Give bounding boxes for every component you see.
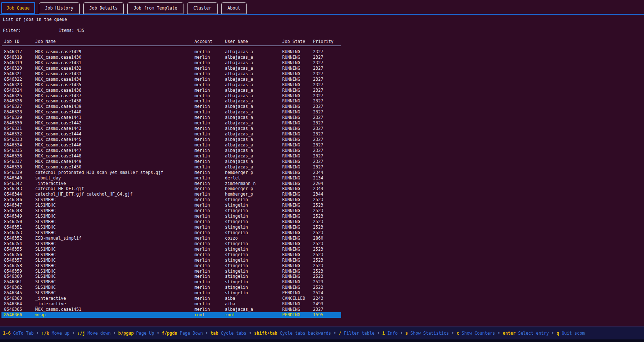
table-row[interactable]: 8546348SLS1MBHCmerlinstingelinRUNNING252… (0, 208, 341, 214)
tab-job-history[interactable]: Job History (39, 2, 80, 14)
table-row[interactable]: 8546365MOX_casmo.case1451merlinalbajacas… (0, 307, 341, 312)
table-row[interactable]: 8546324MOX_casmo.case1436merlinalbajacas… (0, 88, 341, 93)
table-row[interactable]: 8546355SLS1MBHCmerlinstingelinRUNNING252… (0, 247, 341, 252)
table-row[interactable]: 8546364_interactivemerlinaibaRUNNING2493 (0, 301, 341, 307)
help-desc: Cycle tabs (221, 331, 247, 336)
table-row[interactable]: 8546349SLS1MBHCmerlinstingelinRUNNING252… (0, 214, 341, 219)
user-name-cell: stingelin (225, 203, 248, 208)
table-row[interactable]: 8546329MOX_casmo.case1441merlinalbajacas… (0, 115, 341, 120)
table-row[interactable]: 8546318MOX_casmo.case1430merlinalbajacas… (0, 55, 341, 60)
table-row[interactable]: 8546360SLS1MBHCmerlinstingelinRUNNING252… (0, 274, 341, 279)
help-desc: Cycle tabs backwards (280, 331, 331, 336)
table-row[interactable]: 8546352ESB-manual_simplifmerlincozzoRUNN… (0, 236, 341, 241)
table-row[interactable]: 8546326MOX_casmo.case1438merlinalbajacas… (0, 98, 341, 104)
tab-cluster[interactable]: Cluster (187, 2, 218, 14)
account-cell: merlin (194, 104, 210, 109)
table-row[interactable]: 8546350SLS1MBHCmerlinstingelinRUNNING252… (0, 219, 341, 225)
help-separator: • (36, 331, 39, 336)
account-cell: merlin (194, 258, 210, 263)
table-row[interactable]: 8546362SLS1MBHCmerlinstingelinRUNNING252… (0, 285, 341, 290)
job-id-cell: 8546354 (4, 241, 22, 247)
table-row[interactable]: 8546357SLS1MBHCmerlinstingelinRUNNING252… (0, 258, 341, 263)
account-cell: merlin (194, 131, 210, 137)
user-name-cell: albajacas_a (225, 137, 253, 142)
table-row[interactable]: 8546333MOX_casmo.case1445merlinalbajacas… (0, 137, 341, 142)
table-row[interactable]: 8546328MOX_casmo.case1440merlinalbajacas… (0, 109, 341, 115)
job-id-cell: 8546352 (4, 236, 22, 241)
job-name-cell: SLS1MBHC (35, 263, 56, 269)
table-row[interactable]: 8546322MOX_casmo.case1434merlinalbajacas… (0, 77, 341, 82)
table-row[interactable]: 8546344catechol_HF_DFT.gjf catechol_HF_G… (0, 192, 341, 197)
table-row[interactable]: 8546356SLS1MBHCmerlinstingelinRUNNING252… (0, 252, 341, 258)
table-row[interactable]: 8546323MOX_casmo.case1435merlinalbajacas… (0, 82, 341, 88)
table-row[interactable]: 8546363_interactivemerlinaibaCANCELLED22… (0, 296, 341, 301)
table-row[interactable]: 8546334MOX_casmo.case1446merlinalbajacas… (0, 142, 341, 148)
filter-input[interactable] (26, 28, 56, 33)
help-separator: • (451, 331, 454, 336)
user-name-cell: albajacas_a (225, 60, 253, 66)
table-row[interactable]: 8546331MOX_casmo.case1443merlinalbajacas… (0, 126, 341, 131)
table-row[interactable]: 8546321MOX_casmo.case1433merlinalbajacas… (0, 71, 341, 77)
account-cell: merlin (194, 71, 210, 77)
tab-job-from-template[interactable]: Job from Template (127, 2, 183, 14)
account-cell: merlin (194, 285, 210, 290)
table-row[interactable]: 8546353SLS1MBHCmerlinstingelinRUNNING252… (0, 230, 341, 236)
account-cell: merlin (194, 82, 210, 88)
table-row[interactable]: 8546361SLS1MBHCmerlinstingelinRUNNING252… (0, 279, 341, 285)
account-cell: merlin (194, 137, 210, 142)
tab-job-queue[interactable]: Job Queue (1, 2, 35, 14)
account-cell: merlin (194, 98, 210, 104)
help-separator: • (377, 331, 380, 336)
table-row[interactable]: 8546346SLS1MBHCmerlinstingelinRUNNING252… (0, 197, 341, 203)
job-id-cell: 8546353 (4, 230, 22, 236)
job-name-cell: MOX_casmo.case1451 (35, 307, 81, 312)
user-name-cell: albajacas_a (225, 109, 253, 115)
table-row[interactable]: 8546319MOX_casmo.case1431merlinalbajacas… (0, 60, 341, 66)
table-row[interactable]: 8546317MOX_casmo.case1429merlinalbajacas… (0, 49, 341, 55)
tab-about[interactable]: About (221, 2, 247, 14)
priority-cell: 2523 (313, 247, 323, 252)
help-key: / (339, 331, 341, 336)
table-row[interactable]: 8546347SLS1MBHCmerlinstingelinRUNNING252… (0, 203, 341, 208)
priority-cell: 2327 (313, 131, 323, 137)
job-name-cell: MOX_casmo.case1435 (35, 82, 81, 88)
table-row[interactable]: 8546343catechol_HF_DFT.gjfmerlinhemberge… (0, 186, 341, 192)
job-state-cell: RUNNING (282, 214, 300, 219)
priority-cell: 2860 (313, 236, 323, 241)
table-row[interactable]: 8546366wraprootrootPENDING1595 (0, 312, 341, 318)
table-row[interactable]: 8546332MOX_casmo.case1444merlinalbajacas… (0, 131, 341, 137)
priority-cell: 2327 (313, 60, 323, 66)
job-name-cell: SLS1MBHC (35, 230, 56, 236)
job-state-cell: RUNNING (282, 164, 300, 170)
table-row[interactable]: 8546354SLS1MBHCmerlinstingelinRUNNING252… (0, 241, 341, 247)
priority-cell: 2523 (313, 258, 323, 263)
job-name-cell: MOX_casmo.case1434 (35, 77, 81, 82)
table-row[interactable]: 8546359SLS1MBHCmerlinstingelinRUNNING252… (0, 269, 341, 274)
job-id-cell: 8546357 (4, 258, 22, 263)
table-row[interactable]: 8546345SLS1MBHCmerlinstingelinPENDING252… (0, 290, 341, 296)
table-row[interactable]: 8546351SLS1MBHCmerlinstingelinRUNNING252… (0, 225, 341, 230)
priority-cell: 2523 (313, 214, 323, 219)
job-state-cell: CANCELLED (282, 296, 305, 301)
user-name-cell: aiba (225, 296, 235, 301)
table-row[interactable]: 8546358SLS1MBHCmerlinstingelinRUNNING252… (0, 263, 341, 269)
table-row[interactable]: 8546340submit_daymerlinderletRUNNING2134 (0, 175, 341, 181)
table-row[interactable]: 8546337MOX_casmo.case1449merlinalbajacas… (0, 159, 341, 164)
table-row[interactable]: 8546327MOX_casmo.case1439merlinalbajacas… (0, 104, 341, 109)
table-row[interactable]: 8546330MOX_casmo.case1442merlinalbajacas… (0, 120, 341, 126)
table-row[interactable]: 8546338MOX_casmo.case1450merlinalbajacas… (0, 164, 341, 170)
job-state-cell: RUNNING (282, 301, 300, 307)
job-state-cell: RUNNING (282, 269, 300, 274)
table-row[interactable]: 8546320MOX_casmo.case1432merlinalbajacas… (0, 66, 341, 71)
table-row[interactable]: 8546342_interactivemerlinzimmermann_nRUN… (0, 181, 341, 186)
job-name-cell: SLS1MBHC (35, 197, 56, 203)
table-row[interactable]: 8546336MOX_casmo.case1448merlinalbajacas… (0, 153, 341, 159)
job-state-cell: RUNNING (282, 285, 300, 290)
table-row[interactable]: 8546339catechol_protonated_H3O_scan_yet_… (0, 170, 341, 175)
job-id-cell: 8546331 (4, 126, 22, 131)
user-name-cell: zimmermann_n (225, 181, 256, 186)
table-row[interactable]: 8546325MOX_casmo.case1437merlinalbajacas… (0, 93, 341, 99)
tab-job-details[interactable]: Job Details (83, 2, 124, 14)
priority-cell: 2327 (313, 153, 323, 159)
table-row[interactable]: 8546335MOX_casmo.case1447merlinalbajacas… (0, 148, 341, 153)
